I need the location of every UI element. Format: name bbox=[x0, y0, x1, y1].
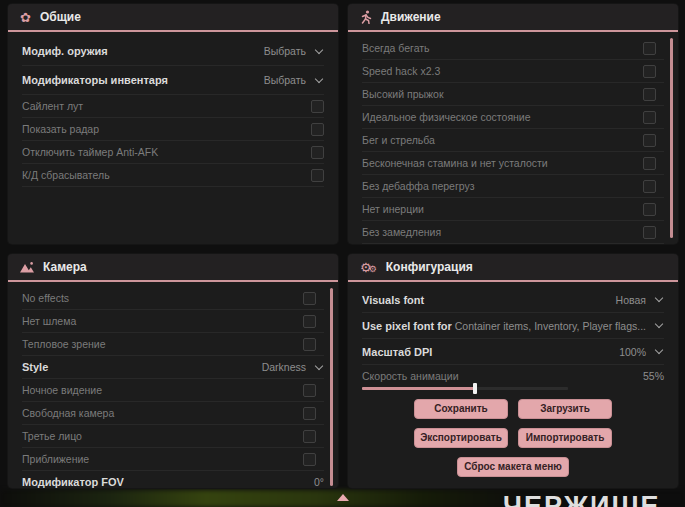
row-night-vision: Ночное видение bbox=[22, 379, 324, 402]
row-label: Модификаторы инвентаря bbox=[22, 74, 168, 86]
row-label: Всегда бегать bbox=[362, 42, 430, 54]
chevron-down-icon bbox=[315, 361, 323, 369]
panel-camera-header[interactable]: Камера bbox=[8, 254, 338, 282]
style-dropdown[interactable]: Darkness bbox=[262, 361, 324, 373]
slider-fill bbox=[362, 387, 475, 390]
row-label: Use pixel font for bbox=[362, 320, 452, 332]
row-cooldown-reset: К/Д сбрасыватель bbox=[22, 164, 324, 187]
row-fov-modifier: Модификатор FOV 0° bbox=[22, 471, 324, 488]
row-label: Скорость анимации bbox=[362, 370, 459, 382]
panel-config: ⚙⚙ Конфигурация Visuals font Новая Use p… bbox=[348, 254, 678, 488]
panel-config-header[interactable]: ⚙⚙ Конфигурация bbox=[348, 254, 678, 282]
weapon-mod-dropdown[interactable]: Выбрать bbox=[264, 45, 324, 57]
checkbox[interactable] bbox=[303, 338, 316, 351]
row-label: Отключить таймер Anti-AFK bbox=[22, 146, 158, 158]
checkbox[interactable] bbox=[643, 180, 656, 193]
row-thermal-vision: Тепловое зрение bbox=[22, 333, 324, 356]
row-silent-loot: Сайлент лут bbox=[22, 95, 324, 118]
gears-icon: ⚙⚙ bbox=[360, 260, 377, 274]
row-weapon-mod: Модиф. оружия Выбрать bbox=[22, 37, 324, 66]
checkbox[interactable] bbox=[303, 407, 316, 420]
dropdown-value: Новая bbox=[616, 294, 646, 306]
chevron-down-icon bbox=[655, 346, 663, 354]
visuals-font-dropdown[interactable]: Новая bbox=[616, 294, 664, 306]
scrollbar[interactable] bbox=[670, 38, 673, 238]
checkbox[interactable] bbox=[303, 292, 316, 305]
row-zoom: Приближение bbox=[22, 448, 324, 471]
checkbox[interactable] bbox=[643, 226, 656, 239]
checkbox[interactable] bbox=[643, 111, 656, 124]
panel-general-header[interactable]: ✿ Общие bbox=[8, 4, 338, 32]
checkbox[interactable] bbox=[303, 453, 316, 466]
panel-title: Конфигурация bbox=[386, 260, 473, 274]
row-no-slowdown: Без замедления bbox=[362, 221, 664, 244]
save-button[interactable]: Сохранить bbox=[414, 399, 508, 419]
dropdown-value: Darkness bbox=[262, 361, 306, 373]
row-label: Модиф. оружия bbox=[22, 45, 108, 57]
checkbox[interactable] bbox=[311, 123, 324, 136]
row-no-effects: No effects bbox=[22, 287, 324, 310]
row-free-camera: Свободная камера bbox=[22, 402, 324, 425]
chevron-down-icon bbox=[315, 74, 323, 82]
row-label: Без дебаффа перегруз bbox=[362, 180, 475, 192]
row-label: Масштаб DPI bbox=[362, 346, 432, 358]
row-label: Бег и стрельба bbox=[362, 134, 435, 146]
import-button[interactable]: Импортировать bbox=[518, 428, 612, 448]
checkbox[interactable] bbox=[311, 146, 324, 159]
row-label: Приближение bbox=[22, 453, 89, 465]
animation-speed-slider[interactable] bbox=[362, 387, 568, 390]
checkbox[interactable] bbox=[311, 100, 324, 113]
gear-flower-icon: ✿ bbox=[20, 11, 31, 24]
scroll-up-arrow-icon[interactable] bbox=[337, 494, 349, 501]
dropdown-value: 100% bbox=[619, 346, 646, 358]
row-label: Третье лицо bbox=[22, 430, 82, 442]
checkbox[interactable] bbox=[643, 157, 656, 170]
row-label: Идеальное физическое состояние bbox=[362, 111, 531, 123]
fov-value: 0° bbox=[314, 476, 324, 488]
checkbox[interactable] bbox=[643, 134, 656, 147]
checkbox[interactable] bbox=[311, 169, 324, 182]
checkbox[interactable] bbox=[303, 384, 316, 397]
row-style: Style Darkness bbox=[22, 356, 324, 379]
panel-title: Камера bbox=[43, 260, 87, 274]
row-label: Высокий прыжок bbox=[362, 88, 444, 100]
load-button[interactable]: Загрузить bbox=[518, 399, 612, 419]
checkbox[interactable] bbox=[643, 88, 656, 101]
row-pixel-font: Use pixel font for Container items, Inve… bbox=[362, 313, 664, 339]
inventory-mods-dropdown[interactable]: Выбрать bbox=[264, 74, 324, 86]
checkbox[interactable] bbox=[303, 315, 316, 328]
row-dpi-scale: Масштаб DPI 100% bbox=[362, 339, 664, 365]
checkbox[interactable] bbox=[303, 430, 316, 443]
scrollbar[interactable] bbox=[330, 288, 333, 486]
row-infinite-stamina: Бесконечная стамина и нет усталости bbox=[362, 152, 664, 175]
reset-menu-layout-button[interactable]: Сброс макета меню bbox=[457, 457, 569, 477]
export-button[interactable]: Экспортировать bbox=[414, 428, 508, 448]
dropdown-value: Выбрать bbox=[264, 74, 306, 86]
panel-title: Движение bbox=[381, 10, 441, 24]
panel-title: Общие bbox=[40, 10, 81, 24]
pixel-font-dropdown[interactable]: Container items, Inventory, Player flags… bbox=[455, 320, 664, 332]
row-label: Бесконечная стамина и нет усталости bbox=[362, 157, 548, 169]
row-animation-speed: Скорость анимации 55% bbox=[362, 365, 664, 390]
slider-handle[interactable] bbox=[473, 383, 477, 394]
row-label: Сайлент лут bbox=[22, 100, 83, 112]
row-label: Visuals font bbox=[362, 294, 424, 306]
panel-general: ✿ Общие Модиф. оружия Выбрать Модификато… bbox=[8, 4, 338, 244]
row-no-helmet: Нет шлема bbox=[22, 310, 324, 333]
panel-movement: Движение Всегда бегать Speed hack x2.3 В… bbox=[348, 4, 678, 244]
checkbox[interactable] bbox=[643, 203, 656, 216]
dropdown-value: Выбрать bbox=[264, 45, 306, 57]
row-inventory-mods: Модификаторы инвентаря Выбрать bbox=[22, 66, 324, 95]
row-run-and-shoot: Бег и стрельба bbox=[362, 129, 664, 152]
row-anti-afk: Отключить таймер Anti-AFK bbox=[22, 141, 324, 164]
row-label: Нет шлема bbox=[22, 315, 76, 327]
panel-movement-header[interactable]: Движение bbox=[348, 4, 678, 32]
checkbox[interactable] bbox=[643, 42, 656, 55]
dpi-scale-dropdown[interactable]: 100% bbox=[619, 346, 664, 358]
row-label: К/Д сбрасыватель bbox=[22, 169, 110, 181]
watermark-text: ЧЕРЖИШЕ bbox=[503, 491, 661, 507]
row-label: Без замедления bbox=[362, 226, 441, 238]
row-label: Тепловое зрение bbox=[22, 338, 106, 350]
checkbox[interactable] bbox=[643, 65, 656, 78]
row-label: Модификатор FOV bbox=[22, 476, 124, 488]
